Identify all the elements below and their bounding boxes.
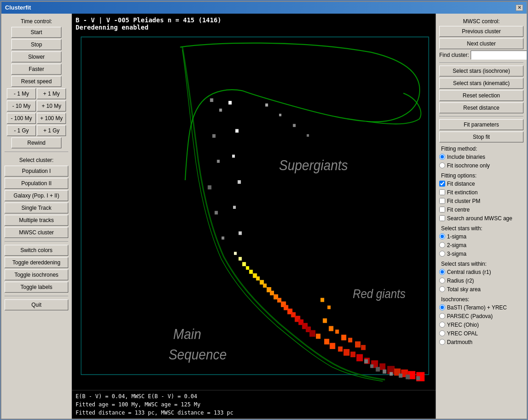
svg-rect-3 — [242, 262, 246, 266]
plus10my-button[interactable]: + 10 My — [37, 101, 66, 111]
minus10my-button[interactable]: - 10 My — [7, 101, 36, 111]
minus1my-button[interactable]: - 1 My — [7, 88, 36, 99]
left-panel: Time control: Start Stop Slower Faster R… — [1, 14, 72, 419]
total-sky-label[interactable]: Total sky area — [447, 286, 481, 293]
sigma2-radio[interactable] — [439, 242, 445, 248]
stop-button[interactable]: Stop — [11, 39, 61, 50]
fit-extinction-label[interactable]: Fit extinction — [447, 189, 477, 196]
svg-rect-38 — [323, 318, 327, 323]
close-button[interactable]: ✕ — [516, 5, 523, 11]
fit-centre-checkbox[interactable] — [439, 207, 445, 213]
find-cluster-input[interactable] — [471, 51, 527, 60]
sigma1-label[interactable]: 1-sigma — [447, 233, 467, 240]
yrec-ohio-row: YREC (Ohio) — [439, 322, 523, 328]
start-button[interactable]: Start — [11, 27, 61, 38]
radius-r2-label[interactable]: Radius (r2) — [447, 278, 474, 284]
plot-svg: Supergiants Red giants Main Sequence — [72, 32, 436, 390]
quit-button[interactable]: Quit — [5, 299, 68, 310]
population2-button[interactable]: Population II — [5, 178, 68, 189]
svg-rect-29 — [356, 354, 363, 361]
fit-distance-label[interactable]: Fit distance — [447, 181, 475, 187]
10my-row: - 10 My + 10 My — [7, 101, 66, 111]
fit-centre-row: Fit centre — [439, 207, 523, 213]
svg-rect-5 — [249, 269, 253, 273]
fit-isochrone-only-row: Fit isochrone only — [439, 162, 523, 169]
minus1gy-button[interactable]: - 1 Gy — [7, 125, 36, 136]
find-cluster-label: Find cluster: — [439, 52, 469, 58]
sigma2-label[interactable]: 2-sigma — [447, 242, 467, 248]
fit-extinction-checkbox[interactable] — [439, 189, 445, 195]
reset-selection-button[interactable]: Reset selection — [439, 90, 523, 101]
svg-rect-57 — [239, 231, 242, 235]
radius-r2-radio[interactable] — [439, 278, 445, 283]
toggle-isochrones-button[interactable]: Toggle isochrones — [5, 269, 68, 280]
prev-cluster-button[interactable]: Previous cluster — [439, 26, 523, 37]
fit-cluster-pm-label[interactable]: Fit cluster PM — [447, 198, 480, 204]
reset-distance-button[interactable]: Reset distance — [439, 102, 523, 113]
yrec-opal-radio[interactable] — [439, 330, 445, 336]
next-cluster-button[interactable]: Next cluster — [439, 38, 523, 49]
svg-rect-50 — [215, 211, 218, 214]
svg-rect-58 — [364, 359, 368, 363]
right-panel: MWSC control: Previous cluster Next clus… — [436, 14, 527, 419]
central-radius-label[interactable]: Central radius (r1) — [447, 269, 491, 275]
slower-button[interactable]: Slower — [11, 51, 61, 62]
search-around-mwsc-checkbox[interactable] — [439, 215, 445, 221]
include-binaries-radio[interactable] — [439, 154, 445, 160]
fit-isochrone-only-label[interactable]: Fit isochrone only — [447, 162, 490, 169]
central-radius-row: Central radius (r1) — [439, 269, 523, 275]
sigma3-label[interactable]: 3-sigma — [447, 251, 467, 257]
basti-label[interactable]: BaSTI (Teramo) + YREC — [447, 304, 507, 311]
fit-isochrone-only-radio[interactable] — [439, 162, 445, 168]
select-stars-isochrone-button[interactable]: Select stars (isochrone) — [439, 66, 523, 76]
total-sky-radio[interactable] — [439, 286, 445, 292]
parsec-radio[interactable] — [439, 313, 445, 319]
right-divider-2 — [439, 116, 523, 116]
sigma1-radio[interactable] — [439, 233, 445, 239]
toggle-labels-button[interactable]: Toggle labels — [5, 282, 68, 293]
select-stars-kinematic-button[interactable]: Select stars (kinematic) — [439, 78, 523, 89]
fit-distance-row: Fit distance — [439, 181, 523, 187]
fit-centre-label[interactable]: Fit centre — [447, 207, 470, 213]
include-binaries-row: Include binaries — [439, 154, 523, 160]
plus1my-button[interactable]: + 1 My — [37, 88, 66, 99]
galaxy-button[interactable]: Galaxy (Pop. I + II) — [5, 190, 68, 201]
svg-rect-26 — [338, 346, 343, 351]
sigma3-radio[interactable] — [439, 251, 445, 257]
svg-rect-63 — [399, 374, 402, 378]
include-binaries-label[interactable]: Include binaries — [447, 154, 485, 160]
divider-1 — [5, 152, 68, 152]
minus100my-button[interactable]: - 100 My — [7, 113, 36, 124]
toggle-dereddening-button[interactable]: Toggle dereddening — [5, 257, 68, 268]
plus1gy-button[interactable]: + 1 Gy — [37, 125, 66, 136]
plot-area[interactable]: Supergiants Red giants Main Sequence — [72, 32, 436, 390]
switch-colors-button[interactable]: Switch colors — [5, 245, 68, 256]
single-track-button[interactable]: Single Track — [5, 202, 68, 213]
yrec-ohio-radio[interactable] — [439, 322, 445, 328]
yrec-opal-label[interactable]: YREC OPAL — [447, 330, 478, 337]
svg-rect-46 — [219, 108, 222, 111]
fit-parameters-button[interactable]: Fit parameters — [439, 119, 523, 130]
svg-text:Sequence: Sequence — [168, 346, 227, 362]
population1-button[interactable]: Population I — [5, 166, 68, 177]
divider-2 — [5, 241, 68, 242]
parsec-label[interactable]: PARSEC (Padova) — [447, 313, 492, 319]
central-radius-radio[interactable] — [439, 269, 445, 275]
basti-radio[interactable] — [439, 304, 445, 310]
search-around-mwsc-label[interactable]: Search around MWSC age — [447, 215, 512, 222]
yrec-ohio-label[interactable]: YREC (Ohio) — [447, 322, 479, 328]
fit-distance-checkbox[interactable] — [439, 181, 445, 187]
stop-fit-button[interactable]: Stop fit — [439, 132, 523, 142]
svg-rect-7 — [256, 276, 260, 280]
1my-row: - 1 My + 1 My — [7, 88, 66, 99]
dartmouth-radio[interactable] — [439, 339, 445, 345]
rewind-button[interactable]: Rewind — [11, 137, 61, 148]
fit-cluster-pm-checkbox[interactable] — [439, 198, 445, 204]
plus100my-button[interactable]: + 100 My — [37, 113, 66, 124]
faster-button[interactable]: Faster — [11, 64, 61, 75]
mwsc-cluster-button[interactable]: MWSC cluster — [5, 227, 68, 238]
dartmouth-label[interactable]: Dartmouth — [447, 339, 472, 345]
multiple-tracks-button[interactable]: Multiple tracks — [5, 215, 68, 226]
divider-3 — [5, 296, 68, 296]
reset-speed-button[interactable]: Reset speed — [11, 76, 61, 87]
